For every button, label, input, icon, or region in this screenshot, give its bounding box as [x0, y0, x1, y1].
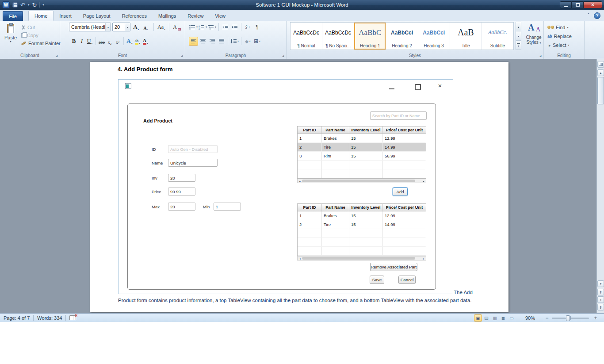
customize-qat-icon[interactable]: ▾ [42, 3, 44, 7]
styles-scroll-down-button[interactable]: ▾ [516, 31, 521, 41]
style-no-spacing[interactable]: AaBbCcDc ¶ No Spaci... [322, 23, 354, 50]
ruler-toggle-button[interactable] [597, 61, 604, 68]
strikethrough-button[interactable]: abe [98, 37, 106, 46]
font-name-dropdown-icon[interactable]: ▾ [105, 23, 111, 31]
italic-button[interactable]: I [78, 37, 86, 46]
sort-button[interactable]: AZ ↓ [243, 23, 252, 31]
outline-view-button[interactable]: ≣ [499, 314, 507, 322]
select-browse-object-button[interactable]: ● [597, 296, 604, 303]
previous-page-button[interactable]: ⇞ [597, 289, 604, 295]
style-heading3[interactable]: AaBbCcI Heading 3 [418, 23, 450, 50]
zoom-level[interactable]: 90% [522, 314, 539, 322]
scrollbar-thumb[interactable] [302, 180, 415, 182]
save-button[interactable]: Save [370, 276, 384, 284]
subscript-button[interactable]: x₂ [106, 37, 114, 46]
clipboard-dialog-launcher[interactable]: ◢ [54, 53, 59, 57]
paste-button[interactable]: Paste ▾ [2, 22, 19, 50]
column-inventory-level[interactable]: Inventory Level [349, 204, 383, 211]
associated-table-hscrollbar[interactable]: ◂ ▸ [297, 256, 426, 261]
replace-button[interactable]: ab Replace [547, 33, 572, 40]
column-price[interactable]: Price/ Cost per Unit [383, 126, 426, 134]
remove-associated-part-button[interactable]: Remove Associated Part [370, 263, 417, 271]
vertical-scrollbar[interactable]: ▴ ▾ ⇞ ● ⇟ [596, 59, 604, 313]
scroll-right-icon[interactable]: ▸ [421, 179, 426, 183]
tab-view[interactable]: View [209, 11, 231, 21]
column-price[interactable]: Price/ Cost per Unit [383, 204, 426, 211]
text-effects-button[interactable]: A▾ [126, 37, 134, 46]
column-part-id[interactable]: Part ID [298, 126, 322, 134]
paste-dropdown-icon[interactable]: ▾ [10, 40, 11, 43]
tab-mailings[interactable]: Mailings [153, 11, 182, 21]
align-center-button[interactable] [198, 37, 207, 46]
line-spacing-button[interactable]: ▾ [230, 37, 239, 46]
mockup-minimize-button[interactable] [389, 88, 394, 89]
scroll-down-button[interactable]: ▾ [597, 280, 604, 287]
table-row-empty[interactable] [298, 169, 426, 178]
style-subtitle[interactable]: AaBbCc. Subtitle [482, 23, 513, 50]
mockup-maximize-button[interactable] [415, 84, 421, 90]
search-input[interactable] [370, 111, 427, 120]
minimize-button[interactable] [560, 1, 572, 8]
zoom-in-button[interactable]: + [593, 315, 599, 321]
justify-button[interactable] [217, 37, 226, 46]
show-hide-pilcrow-button[interactable]: ¶ [252, 23, 262, 31]
minimize-ribbon-icon[interactable]: ˆ [588, 13, 589, 19]
font-size-dropdown-icon[interactable]: ▾ [125, 23, 130, 31]
change-case-button[interactable]: Aa▾ [157, 23, 165, 31]
copy-button[interactable]: Copy [21, 32, 61, 38]
scroll-left-icon[interactable]: ◂ [298, 179, 302, 183]
bullets-button[interactable]: ▾ [189, 23, 198, 31]
shading-button[interactable]: ◆ ▾ [243, 37, 252, 46]
redo-icon[interactable]: ↻ [32, 2, 37, 8]
styles-dialog-launcher[interactable]: ◢ [538, 53, 543, 57]
parts-table[interactable]: Part ID Part Name Inventory Level Price/… [297, 126, 426, 179]
shrink-font-button[interactable]: A▾ [142, 23, 150, 31]
mockup-image[interactable]: × Add Product Part ID Part Name Inventor… [118, 79, 453, 294]
print-layout-view-button[interactable]: ▣ [474, 314, 482, 322]
page-indicator[interactable]: Page: 4 of 7 [0, 314, 33, 322]
min-field[interactable] [214, 203, 241, 211]
mockup-close-button[interactable]: × [436, 82, 444, 89]
help-icon[interactable]: ? [594, 12, 600, 19]
style-heading1[interactable]: AaBbC Heading 1 [354, 23, 386, 50]
zoom-slider-thumb[interactable] [566, 315, 570, 321]
scroll-up-button[interactable]: ▴ [597, 69, 604, 76]
column-inventory-level[interactable]: Inventory Level [349, 126, 383, 134]
font-dialog-launcher[interactable]: ◢ [180, 53, 184, 57]
tab-references[interactable]: References [116, 11, 153, 21]
next-page-button[interactable]: ⇟ [597, 304, 604, 310]
change-styles-button[interactable]: Change Styles ▾ [524, 23, 543, 50]
document-page[interactable]: 4. Add Product form × Add Product Part I… [90, 62, 508, 312]
scroll-right-icon[interactable]: ▸ [421, 257, 426, 260]
tab-file[interactable]: File [3, 11, 23, 21]
table-row-selected[interactable]: 2 Tire 15 14.99 [298, 143, 426, 152]
styles-scroll-up-button[interactable]: ▴ [516, 22, 521, 31]
find-button[interactable]: Find ▾ [547, 24, 568, 31]
grow-font-button[interactable]: A▴ [132, 23, 140, 31]
multilevel-list-button[interactable]: ▾ [207, 23, 217, 31]
close-button[interactable]: × [583, 1, 602, 8]
price-field[interactable] [168, 188, 195, 195]
font-size-combo[interactable]: 20 ▾ [112, 23, 130, 31]
cancel-button[interactable]: Cancel [398, 276, 416, 284]
clear-formatting-button[interactable]: A [173, 23, 181, 31]
draft-view-button[interactable]: ▭ [508, 314, 516, 322]
scroll-left-icon[interactable]: ◂ [298, 257, 302, 260]
undo-icon[interactable]: ↶ [20, 2, 25, 8]
word-logo-icon[interactable]: W [2, 1, 10, 8]
column-part-name[interactable]: Part Name [322, 126, 349, 134]
paragraph-dialog-launcher[interactable]: ◢ [281, 53, 285, 57]
column-part-name[interactable]: Part Name [322, 204, 349, 211]
table-row[interactable]: 1 Brakes 15 12.99 [298, 134, 426, 143]
inv-field[interactable] [168, 174, 195, 182]
undo-dropdown-icon[interactable]: ▾ [28, 3, 30, 7]
table-row[interactable]: 1 Brakes 15 12.99 [298, 211, 426, 220]
web-layout-view-button[interactable]: ▥ [491, 314, 499, 322]
save-icon[interactable] [12, 2, 18, 8]
scrollbar-thumb[interactable] [302, 257, 415, 260]
highlight-button[interactable]: ab▾ [134, 37, 141, 46]
full-screen-reading-view-button[interactable]: ▤ [482, 314, 490, 322]
tab-review[interactable]: Review [182, 11, 209, 21]
associated-parts-table[interactable]: Part ID Part Name Inventory Level Price/… [297, 203, 426, 256]
font-color-button[interactable]: A▾ [141, 37, 149, 46]
